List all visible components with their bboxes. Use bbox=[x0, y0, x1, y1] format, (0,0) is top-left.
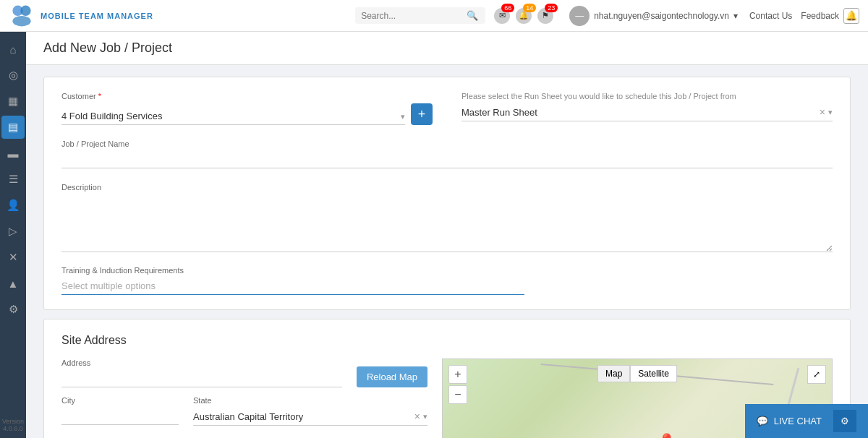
truck-icon: ▷ bbox=[9, 225, 17, 238]
tools-icon: ✕ bbox=[9, 251, 18, 264]
city-state-row: City State Australian Capital Territory … bbox=[61, 396, 427, 426]
description-textarea[interactable] bbox=[61, 194, 833, 252]
bell-icon: 🔔 bbox=[846, 10, 857, 21]
job-name-group: Job / Project Name bbox=[61, 139, 833, 168]
badge-count-2: 14 bbox=[523, 4, 536, 12]
map-type-buttons: Map Satellite bbox=[597, 365, 677, 382]
form-area: Customer * 4 Fold Building Services + bbox=[26, 65, 868, 438]
live-chat-bar[interactable]: 💬 LIVE CHAT ⚙ bbox=[745, 404, 868, 438]
brand-logo-area: MOBILE TEAM MANAGER bbox=[9, 3, 153, 29]
svg-point-1 bbox=[20, 5, 30, 15]
customer-label: Customer * bbox=[61, 92, 433, 100]
description-group: Description bbox=[61, 183, 833, 254]
brand-name: MOBILE TEAM MANAGER bbox=[41, 12, 153, 20]
page-header: Add New Job / Project bbox=[26, 32, 868, 65]
address-input[interactable] bbox=[61, 370, 342, 387]
run-sheet-group: Please select the Run Sheet you would li… bbox=[461, 92, 833, 121]
map-type-satellite-button[interactable]: Satellite bbox=[630, 365, 677, 382]
location-icon: ◎ bbox=[9, 69, 18, 82]
sidebar-item-tools[interactable]: ✕ bbox=[1, 246, 25, 269]
state-select[interactable]: Australian Capital Territory bbox=[193, 411, 412, 422]
address-reload-row: Address Reload Map bbox=[61, 358, 427, 387]
page-title: Add New Job / Project bbox=[43, 40, 172, 56]
badge-count-1: 66 bbox=[501, 4, 514, 12]
site-address-title: Site Address bbox=[61, 334, 833, 347]
document-icon: ☰ bbox=[9, 173, 18, 186]
state-dropdown-icon: ▾ bbox=[423, 412, 427, 421]
sidebar-item-book[interactable]: ▬ bbox=[1, 142, 25, 165]
sidebar: ⌂ ◎ ▦ ▤ ▬ ☰ 👤 ▷ ✕ ▲ ⚙ V bbox=[0, 32, 26, 438]
notification-icon[interactable]: 🔔 bbox=[843, 8, 859, 24]
live-chat-settings-button[interactable]: ⚙ bbox=[833, 410, 856, 432]
add-customer-button[interactable]: + bbox=[411, 103, 433, 125]
training-group: Training & Induction Requirements Select… bbox=[61, 266, 833, 295]
run-sheet-value: Master Run Sheet bbox=[461, 107, 820, 118]
feedback-link[interactable]: Feedback bbox=[801, 11, 839, 21]
customer-select-wrapper: 4 Fold Building Services bbox=[61, 108, 405, 125]
reload-map-button[interactable]: Reload Map bbox=[357, 366, 427, 387]
sidebar-item-calendar[interactable]: ▦ bbox=[1, 90, 25, 113]
map-zoom-controls: + − bbox=[448, 365, 467, 404]
home-icon: ⌂ bbox=[9, 43, 16, 56]
sidebar-item-location[interactable]: ◎ bbox=[1, 64, 25, 87]
badge-item-2[interactable]: 🔔 14 bbox=[516, 8, 532, 24]
sidebar-item-home[interactable]: ⌂ bbox=[1, 38, 25, 61]
user-email: nhat.nguyen@saigontechnology.vn bbox=[594, 11, 729, 21]
customer-input-row: 4 Fold Building Services + bbox=[61, 103, 433, 125]
sidebar-item-settings[interactable]: ⚙ bbox=[1, 298, 25, 321]
address-map-row: Address Reload Map City bbox=[61, 358, 833, 438]
calendar-icon: ▦ bbox=[8, 95, 18, 108]
city-input[interactable] bbox=[61, 408, 179, 425]
run-sheet-clear-button[interactable]: × bbox=[820, 106, 825, 118]
customer-select[interactable]: 4 Fold Building Services bbox=[61, 108, 405, 125]
sidebar-item-user[interactable]: 👤 bbox=[1, 194, 25, 217]
site-address-section: Site Address Address Reload Map bbox=[43, 319, 851, 438]
city-label: City bbox=[61, 396, 179, 405]
version-text: Version 4.0.6.0 bbox=[2, 418, 24, 432]
training-label: Training & Induction Requirements bbox=[61, 266, 833, 275]
book-icon: ▬ bbox=[8, 147, 19, 160]
user-dropdown-icon: ▾ bbox=[733, 11, 738, 21]
layout: ⌂ ◎ ▦ ▤ ▬ ☰ 👤 ▷ ✕ ▲ ⚙ V bbox=[0, 32, 868, 438]
map-type-map-button[interactable]: Map bbox=[597, 365, 630, 382]
map-expand-button[interactable]: ⤢ bbox=[807, 365, 826, 384]
user-icon: 👤 bbox=[7, 199, 20, 212]
sidebar-item-chart[interactable]: ▲ bbox=[1, 272, 25, 295]
state-select-wrapper: Australian Capital Territory × ▾ bbox=[193, 408, 427, 426]
settings-icon: ⚙ bbox=[9, 303, 18, 316]
map-zoom-out-button[interactable]: − bbox=[448, 385, 467, 404]
sidebar-item-folder[interactable]: ▤ bbox=[1, 116, 25, 139]
job-name-label: Job / Project Name bbox=[61, 139, 833, 148]
brand-logo-icon bbox=[9, 3, 35, 29]
run-sheet-dropdown-icon: ▾ bbox=[828, 108, 833, 117]
address-group: Address bbox=[61, 358, 342, 387]
job-name-input[interactable] bbox=[61, 151, 833, 168]
live-chat-label: LIVE CHAT bbox=[774, 416, 822, 426]
state-label: State bbox=[193, 396, 427, 405]
badge-item-1[interactable]: ✉ 66 bbox=[494, 8, 510, 24]
svg-point-2 bbox=[12, 16, 30, 26]
required-indicator: * bbox=[98, 92, 101, 100]
address-fields: Address Reload Map City bbox=[61, 358, 427, 438]
chart-icon: ▲ bbox=[8, 278, 19, 290]
run-sheet-input-row: Master Run Sheet × ▾ bbox=[461, 103, 833, 121]
description-label: Description bbox=[61, 183, 833, 192]
map-zoom-in-button[interactable]: + bbox=[448, 365, 467, 384]
folder-icon: ▤ bbox=[8, 121, 18, 134]
avatar: — bbox=[569, 6, 590, 26]
state-clear-button[interactable]: × bbox=[414, 411, 420, 422]
sidebar-item-document[interactable]: ☰ bbox=[1, 168, 25, 191]
customer-group: Customer * 4 Fold Building Services + bbox=[61, 92, 433, 125]
search-input[interactable] bbox=[361, 11, 462, 21]
map-marker: 📍 bbox=[657, 433, 676, 438]
contact-us-link[interactable]: Contact Us bbox=[749, 11, 792, 21]
run-sheet-hint: Please select the Run Sheet you would li… bbox=[461, 92, 833, 100]
live-chat-icon: 💬 bbox=[757, 416, 768, 426]
badge-item-3[interactable]: ⚑ 23 bbox=[537, 8, 553, 24]
user-info[interactable]: — nhat.nguyen@saigontechnology.vn ▾ bbox=[569, 6, 738, 26]
sidebar-item-truck[interactable]: ▷ bbox=[1, 220, 25, 243]
training-select[interactable]: Select multiple options bbox=[61, 278, 524, 295]
search-box[interactable]: 🔍 bbox=[355, 7, 485, 24]
customer-runsheet-section: Customer * 4 Fold Building Services + bbox=[43, 77, 851, 310]
live-chat-settings-icon: ⚙ bbox=[841, 416, 849, 426]
